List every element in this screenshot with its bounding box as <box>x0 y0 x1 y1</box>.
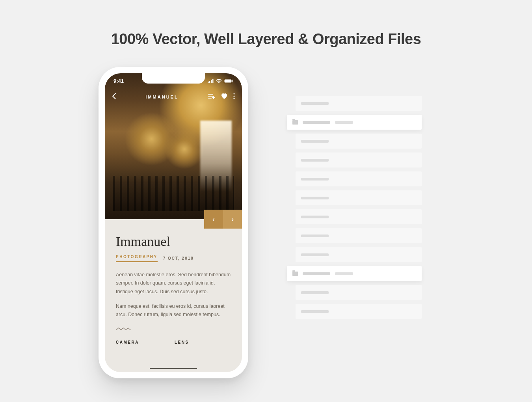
svg-point-12 <box>233 93 234 94</box>
spec-lens-label: LENS <box>175 340 189 344</box>
phone-mockup: 9:41 IMMANUEL <box>99 67 248 378</box>
layer-row[interactable] <box>296 171 422 186</box>
svg-rect-5 <box>225 79 232 82</box>
folder-icon <box>292 272 298 276</box>
layer-row[interactable] <box>296 134 422 149</box>
article-body: Immanuel PHOTOGRAPHY 7 OCT, 2018 Aenean … <box>105 219 242 372</box>
image-pager: ‹ › <box>204 210 242 229</box>
layer-group-row[interactable] <box>287 115 422 130</box>
heart-icon[interactable] <box>221 93 228 101</box>
layer-row[interactable] <box>296 285 422 300</box>
pager-prev-button[interactable]: ‹ <box>204 210 223 229</box>
svg-rect-2 <box>211 80 212 83</box>
more-vertical-icon[interactable] <box>233 93 235 101</box>
home-indicator[interactable] <box>150 368 197 369</box>
status-time: 9:41 <box>113 78 124 84</box>
layer-row[interactable] <box>296 190 422 205</box>
folder-icon <box>292 120 298 125</box>
layers-panel <box>284 96 422 323</box>
article-meta: PHOTOGRAPHY 7 OCT, 2018 <box>116 255 231 262</box>
layer-row[interactable] <box>296 304 422 319</box>
navbar-title: IMMANUEL <box>145 95 178 99</box>
article-category[interactable]: PHOTOGRAPHY <box>116 255 158 262</box>
app-navbar: IMMANUEL <box>105 89 242 105</box>
pager-next-button[interactable]: › <box>223 210 242 229</box>
layer-group-row[interactable] <box>287 266 422 281</box>
layer-row[interactable] <box>296 209 422 224</box>
playlist-add-icon[interactable] <box>208 93 215 100</box>
spec-camera-label: CAMERA <box>116 340 139 344</box>
article-date: 7 OCT, 2018 <box>163 256 194 261</box>
phone-screen: 9:41 IMMANUEL <box>105 73 242 372</box>
svg-rect-0 <box>208 82 209 83</box>
marketing-headline: 100% Vector, Well Layered & Organized Fi… <box>0 31 532 48</box>
back-icon[interactable] <box>112 93 116 101</box>
article-paragraph: Nam neque est, facilisis eu eros id, cur… <box>116 302 231 319</box>
svg-point-13 <box>233 95 234 97</box>
layer-row[interactable] <box>296 96 422 111</box>
layer-row[interactable] <box>296 153 422 168</box>
battery-icon <box>224 79 233 83</box>
divider-zigzag-icon <box>116 325 231 332</box>
status-indicators <box>208 79 233 83</box>
phone-notch <box>142 73 205 84</box>
article-title: Immanuel <box>116 234 231 249</box>
layer-row[interactable] <box>296 247 422 262</box>
svg-point-14 <box>233 98 234 99</box>
signal-icon <box>208 79 214 83</box>
article-paragraph: Aenean vitae molestie eros. Sed hendreri… <box>116 271 231 296</box>
svg-rect-1 <box>209 81 210 83</box>
layer-row[interactable] <box>296 228 422 243</box>
wifi-icon <box>216 79 222 83</box>
svg-rect-3 <box>212 79 214 83</box>
svg-rect-6 <box>233 80 233 82</box>
spec-row: CAMERA LENS <box>116 340 231 344</box>
